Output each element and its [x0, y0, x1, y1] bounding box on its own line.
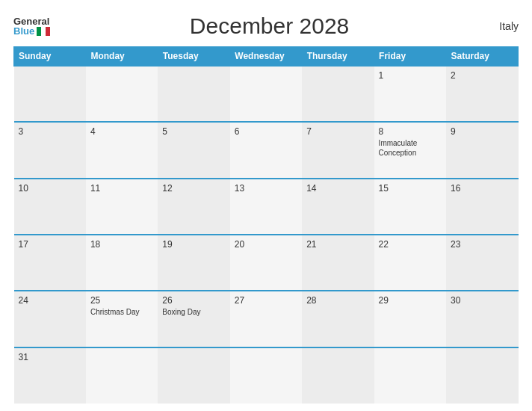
calendar-cell: 6	[230, 122, 302, 178]
day-number: 16	[451, 183, 513, 194]
day-number: 9	[451, 126, 513, 137]
weekday-header-saturday: Saturday	[446, 47, 518, 67]
calendar-title: December 2028	[50, 13, 489, 39]
svg-rect-1	[41, 27, 46, 36]
calendar-cell	[446, 347, 518, 404]
week-row-5: 31	[14, 347, 519, 404]
calendar-cell: 28	[302, 291, 374, 347]
holiday-label: Christmas Day	[90, 307, 153, 317]
calendar-cell: 20	[230, 235, 302, 291]
calendar-cell: 7	[302, 122, 374, 178]
calendar-cell: 15	[374, 179, 446, 235]
calendar-cell: 25Christmas Day	[86, 291, 158, 347]
calendar-cell: 17	[14, 235, 86, 291]
logo-blue-text: Blue	[13, 26, 50, 36]
day-number: 29	[379, 295, 442, 306]
day-number: 31	[19, 352, 81, 362]
day-number: 23	[451, 239, 513, 250]
logo: General Blue	[13, 16, 50, 36]
day-number: 22	[379, 239, 442, 250]
day-number: 3	[19, 126, 81, 137]
day-number: 14	[306, 183, 369, 194]
calendar-page: General Blue December 2028 Italy SundayM…	[0, 0, 532, 411]
day-number: 8	[379, 126, 442, 137]
weekday-header-sunday: Sunday	[14, 47, 86, 67]
calendar-cell	[302, 66, 374, 122]
calendar-cell	[230, 66, 302, 122]
calendar-cell: 16	[446, 179, 518, 235]
day-number: 11	[90, 183, 153, 194]
calendar-cell: 29	[374, 291, 446, 347]
day-number: 20	[235, 239, 297, 250]
calendar-cell	[14, 66, 86, 122]
day-number: 15	[379, 183, 442, 194]
day-number: 12	[162, 183, 225, 194]
calendar-cell: 2	[446, 66, 518, 122]
day-number: 24	[19, 295, 81, 306]
week-row-2: 10111213141516	[14, 179, 519, 235]
calendar-cell: 1	[374, 66, 446, 122]
week-row-3: 17181920212223	[14, 235, 519, 291]
calendar-cell: 18	[86, 235, 158, 291]
day-number: 6	[235, 126, 297, 137]
day-number: 28	[306, 295, 369, 306]
calendar-cell: 8Immaculate Conception	[374, 122, 446, 178]
calendar-cell	[86, 347, 158, 404]
calendar-cell: 21	[302, 235, 374, 291]
calendar-cell: 24	[14, 291, 86, 347]
calendar-cell	[86, 66, 158, 122]
svg-rect-0	[37, 27, 41, 36]
calendar-cell: 26Boxing Day	[158, 291, 229, 347]
day-number: 4	[90, 126, 153, 137]
calendar-cell: 11	[86, 179, 158, 235]
day-number: 30	[451, 295, 513, 306]
day-number: 25	[90, 295, 153, 306]
day-number: 26	[162, 295, 225, 306]
calendar-cell	[374, 347, 446, 404]
weekday-header-wednesday: Wednesday	[230, 47, 302, 67]
calendar-table: SundayMondayTuesdayWednesdayThursdayFrid…	[13, 46, 519, 404]
week-row-1: 345678Immaculate Conception9	[14, 122, 519, 178]
calendar-cell: 12	[158, 179, 229, 235]
calendar-cell: 31	[14, 347, 86, 404]
day-number: 27	[235, 295, 297, 306]
calendar-cell: 19	[158, 235, 229, 291]
calendar-cell: 3	[14, 122, 86, 178]
calendar-cell: 4	[86, 122, 158, 178]
calendar-cell	[158, 66, 229, 122]
day-number: 10	[19, 183, 81, 194]
calendar-cell: 30	[446, 291, 518, 347]
day-number: 21	[306, 239, 369, 250]
country-label: Italy	[489, 20, 519, 32]
calendar-cell	[230, 347, 302, 404]
logo-flag-icon	[37, 27, 50, 36]
calendar-cell: 5	[158, 122, 229, 178]
calendar-cell	[158, 347, 229, 404]
day-number: 19	[162, 239, 225, 250]
calendar-cell: 9	[446, 122, 518, 178]
calendar-cell: 14	[302, 179, 374, 235]
calendar-cell: 13	[230, 179, 302, 235]
calendar-cell: 27	[230, 291, 302, 347]
holiday-label: Boxing Day	[162, 307, 225, 317]
day-number: 13	[235, 183, 297, 194]
week-row-0: 12	[14, 66, 519, 122]
week-row-4: 2425Christmas Day26Boxing Day27282930	[14, 291, 519, 347]
calendar-cell: 22	[374, 235, 446, 291]
calendar-cell	[302, 347, 374, 404]
weekday-header-row: SundayMondayTuesdayWednesdayThursdayFrid…	[14, 47, 519, 67]
weekday-header-thursday: Thursday	[302, 47, 374, 67]
day-number: 5	[162, 126, 225, 137]
calendar-cell: 23	[446, 235, 518, 291]
day-number: 18	[90, 239, 153, 250]
weekday-header-friday: Friday	[374, 47, 446, 67]
weekday-header-monday: Monday	[86, 47, 158, 67]
day-number: 7	[306, 126, 369, 137]
header: General Blue December 2028 Italy	[13, 13, 519, 39]
day-number: 1	[379, 70, 442, 81]
calendar-cell: 10	[14, 179, 86, 235]
day-number: 2	[451, 70, 513, 81]
day-number: 17	[19, 239, 81, 250]
holiday-label: Immaculate Conception	[379, 138, 442, 158]
weekday-header-tuesday: Tuesday	[158, 47, 229, 67]
